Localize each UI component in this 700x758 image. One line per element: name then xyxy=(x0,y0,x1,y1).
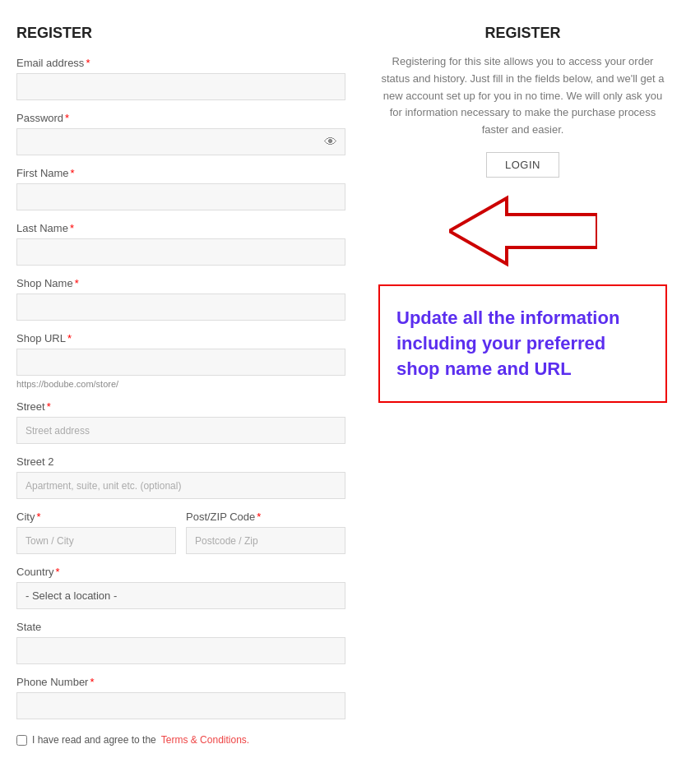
postcode-label: Post/ZIP Code* xyxy=(186,511,345,523)
info-box-text: Update all the information including you… xyxy=(396,306,649,381)
last-name-label: Last Name* xyxy=(16,222,345,234)
terms-checkbox[interactable] xyxy=(16,735,27,746)
first-name-input[interactable] xyxy=(16,183,345,210)
phone-input[interactable] xyxy=(16,692,345,719)
terms-row: I have read and agree to the Terms & Con… xyxy=(16,734,345,746)
state-group: State xyxy=(16,621,345,664)
right-description: Registering for this site allows you to … xyxy=(378,53,667,139)
phone-required: * xyxy=(90,676,94,688)
last-name-input[interactable] xyxy=(16,238,345,266)
phone-label: Phone Number* xyxy=(16,676,345,688)
last-name-group: Last Name* xyxy=(16,222,345,266)
city-postcode-row: City* Post/ZIP Code* xyxy=(16,511,345,566)
terms-link[interactable]: Terms & Conditions. xyxy=(161,734,249,746)
street-required: * xyxy=(47,400,51,413)
info-box: Update all the information including you… xyxy=(378,284,667,403)
street2-input[interactable] xyxy=(16,472,345,499)
postcode-group: Post/ZIP Code* xyxy=(186,511,345,554)
state-input[interactable] xyxy=(16,637,345,664)
shop-name-group: Shop Name* xyxy=(16,277,345,321)
left-title: REGISTER xyxy=(16,25,345,42)
street-label: Street* xyxy=(16,400,345,413)
city-input[interactable] xyxy=(16,527,176,554)
terms-text: I have read and agree to the xyxy=(32,734,156,746)
right-panel: REGISTER Registering for this site allow… xyxy=(362,25,684,746)
login-button[interactable]: LOGIN xyxy=(486,152,559,178)
shop-url-required: * xyxy=(67,332,72,344)
shop-name-required: * xyxy=(75,277,79,289)
shop-url-group: Shop URL* https://bodube.com/store/ xyxy=(16,332,345,389)
arrow-container xyxy=(378,194,667,268)
email-group: Email address* xyxy=(16,57,345,100)
password-group: Password* 👁 xyxy=(16,112,345,155)
svg-marker-0 xyxy=(449,198,597,264)
street-input[interactable] xyxy=(16,417,345,444)
shop-url-input[interactable] xyxy=(16,349,345,376)
shop-url-label: Shop URL* xyxy=(16,332,345,344)
street-group: Street* xyxy=(16,400,345,444)
city-label: City* xyxy=(16,511,176,523)
street2-label: Street 2 xyxy=(16,455,345,468)
city-group: City* xyxy=(16,511,176,554)
last-name-required: * xyxy=(70,222,74,234)
email-required: * xyxy=(86,57,90,69)
country-label: Country* xyxy=(16,566,345,578)
email-input[interactable] xyxy=(16,73,345,100)
state-label: State xyxy=(16,621,345,633)
left-arrow-icon xyxy=(449,194,597,268)
shop-name-input[interactable] xyxy=(16,293,345,321)
toggle-password-icon[interactable]: 👁 xyxy=(324,135,337,150)
right-title: REGISTER xyxy=(378,25,667,42)
street2-group: Street 2 xyxy=(16,455,345,499)
password-required: * xyxy=(65,112,69,124)
shop-name-label: Shop Name* xyxy=(16,277,345,289)
password-input[interactable] xyxy=(16,128,345,155)
country-group: Country* - Select a location - xyxy=(16,566,345,609)
shop-url-hint: https://bodube.com/store/ xyxy=(16,379,345,389)
phone-group: Phone Number* xyxy=(16,676,345,719)
city-required: * xyxy=(36,511,40,523)
left-panel: REGISTER Email address* Password* 👁 Firs… xyxy=(16,25,345,746)
password-label: Password* xyxy=(16,112,345,124)
country-required: * xyxy=(56,566,60,578)
postcode-input[interactable] xyxy=(186,527,345,554)
first-name-label: First Name* xyxy=(16,167,345,179)
email-label: Email address* xyxy=(16,57,345,69)
first-name-required: * xyxy=(71,167,75,179)
first-name-group: First Name* xyxy=(16,167,345,210)
postcode-required: * xyxy=(257,511,261,523)
country-select[interactable]: - Select a location - xyxy=(16,582,345,609)
password-wrapper: 👁 xyxy=(16,128,345,155)
